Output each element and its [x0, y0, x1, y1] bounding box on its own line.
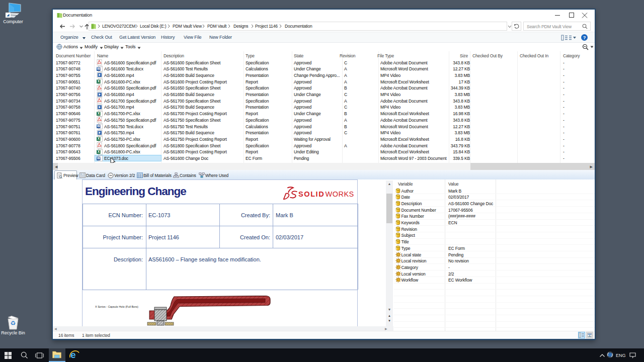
svg-text:W: W	[97, 156, 101, 160]
svg-text:W: W	[97, 124, 101, 128]
svg-text:SOLID: SOLID	[298, 190, 325, 198]
svg-text:WORKS: WORKS	[326, 190, 354, 198]
svg-text:W: W	[97, 67, 101, 70]
svg-text:♻: ♻	[11, 320, 16, 327]
